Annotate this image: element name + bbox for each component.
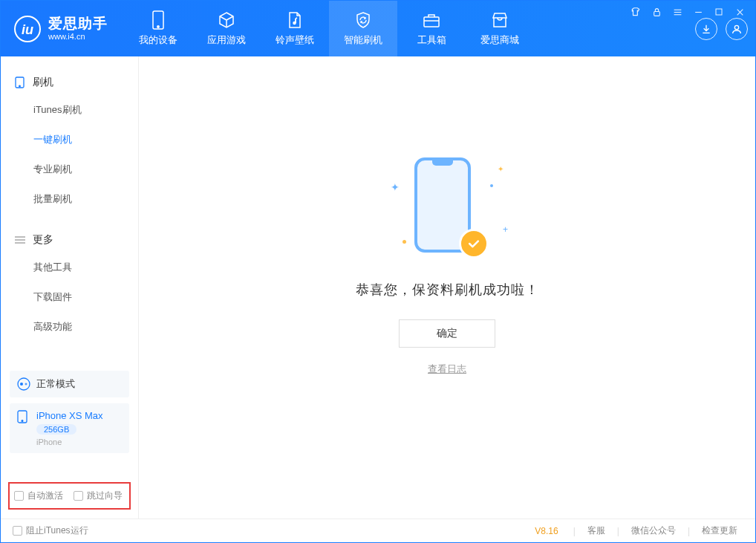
svg-point-22 (25, 383, 27, 385)
nav-label: 爱思商城 (480, 33, 519, 47)
nav-store[interactable]: 爱思商城 (466, 1, 534, 56)
sparkle-icon: ✦ (498, 165, 504, 173)
view-log-link[interactable]: 查看日志 (428, 362, 466, 376)
statusbar: 阻止iTunes运行 V8.16 | 客服 | 微信公众号 | 检查更新 (1, 518, 755, 542)
sidebar: 刷机 iTunes刷机 一键刷机 专业刷机 批量刷机 更多 其他工具 下载固件 … (1, 56, 139, 518)
svg-point-24 (22, 420, 23, 422)
nav-flash[interactable]: 智能刷机 (329, 1, 397, 56)
sidebar-item-pro-flash[interactable]: 专业刷机 (1, 155, 138, 184)
phone-icon (17, 410, 30, 423)
music-file-icon (285, 10, 304, 30)
checkbox-auto-activate[interactable]: 自动激活 (14, 490, 63, 502)
refresh-shield-icon (353, 10, 373, 30)
sparkle-icon: ✦ (391, 181, 400, 193)
device-mode-label: 正常模式 (36, 377, 75, 391)
main-content: ✦ ✦ + 恭喜您，保资料刷机成功啦！ 确定 查看日志 (139, 56, 755, 518)
mode-icon (17, 377, 30, 391)
nav-my-device[interactable]: 我的设备 (124, 1, 192, 56)
toolbox-icon (422, 10, 441, 30)
nav-label: 我的设备 (139, 33, 177, 47)
dot-icon (490, 184, 493, 187)
sidebar-group-title: 刷机 (33, 76, 53, 89)
tshirt-icon[interactable] (629, 5, 642, 19)
checkbox-label: 自动激活 (27, 490, 63, 502)
device-name: iPhone XS Max (36, 410, 103, 421)
sparkle-icon: + (503, 224, 508, 235)
svg-point-21 (20, 383, 23, 386)
header-right (691, 18, 748, 40)
sidebar-item-advanced[interactable]: 高级功能 (1, 312, 138, 342)
sidebar-group-title: 更多 (33, 233, 53, 247)
user-button[interactable] (726, 18, 748, 40)
success-title: 恭喜您，保资料刷机成功啦！ (356, 281, 539, 299)
ok-button[interactable]: 确定 (399, 319, 495, 348)
checkbox-label: 阻止iTunes运行 (26, 524, 88, 537)
statusbar-right: V8.16 | 客服 | 微信公众号 | 检查更新 (535, 524, 743, 537)
device-capacity: 256GB (36, 424, 76, 435)
svg-point-11 (157, 26, 159, 27)
phone-icon (14, 77, 25, 88)
svg-point-20 (18, 378, 30, 390)
sidebar-group-flash[interactable]: 刷机 (1, 70, 138, 95)
status-link-support[interactable]: 客服 (581, 524, 611, 537)
status-link-update[interactable]: 检查更新 (696, 524, 743, 537)
checkbox-block-itunes[interactable]: 阻止iTunes运行 (13, 524, 88, 537)
sidebar-item-batch-flash[interactable]: 批量刷机 (1, 184, 138, 214)
checkbox-label: 跳过向导 (87, 490, 123, 502)
nav-ringtones[interactable]: 铃声壁纸 (261, 1, 329, 56)
cube-icon (217, 10, 236, 30)
svg-point-12 (293, 22, 296, 25)
svg-point-14 (734, 25, 738, 29)
logo-icon: iu (14, 16, 41, 42)
device-card[interactable]: iPhone XS Max 256GB iPhone (10, 403, 129, 453)
nav-label: 铃声壁纸 (276, 33, 314, 47)
svg-point-16 (19, 85, 21, 87)
device-type: iPhone (36, 438, 103, 446)
svg-rect-0 (654, 11, 659, 16)
nav-toolbox[interactable]: 工具箱 (397, 1, 466, 56)
device-block: 正常模式 iPhone XS Max 256GB iPhone (10, 371, 129, 453)
status-link-wechat[interactable]: 微信公众号 (625, 524, 682, 537)
checkbox-skip-guide[interactable]: 跳过向导 (74, 490, 123, 502)
store-icon (490, 10, 509, 30)
main-nav: 我的设备 应用游戏 铃声壁纸 智能刷机 工具箱 爱思商城 (124, 1, 534, 56)
sidebar-item-other-tools[interactable]: 其他工具 (1, 253, 138, 282)
version-label: V8.16 (535, 526, 558, 536)
checkbox-icon (14, 491, 24, 501)
checkbox-icon (13, 526, 22, 536)
svg-text:iu: iu (22, 22, 33, 37)
nav-label: 智能刷机 (344, 33, 382, 47)
success-check-icon (459, 229, 489, 259)
app-logo: iu 爱思助手 www.i4.cn (14, 16, 108, 42)
success-illustration: ✦ ✦ + (380, 155, 514, 266)
list-icon (14, 235, 25, 246)
app-title: 爱思助手 (48, 16, 108, 32)
sidebar-item-download-fw[interactable]: 下载固件 (1, 282, 138, 312)
sidebar-item-one-click-flash[interactable]: 一键刷机 (1, 125, 138, 155)
maximize-icon[interactable] (712, 5, 726, 19)
sidebar-group-more[interactable]: 更多 (1, 227, 138, 253)
nav-label: 工具箱 (417, 33, 446, 47)
header: iu 爱思助手 www.i4.cn 我的设备 应用游戏 铃声壁纸 智能刷机 工具… (1, 1, 755, 56)
checkbox-icon (74, 491, 83, 501)
highlighted-options: 自动激活 跳过向导 (8, 482, 131, 510)
titlebar-controls (629, 5, 746, 19)
download-button[interactable] (695, 18, 717, 40)
menu-icon[interactable] (671, 5, 684, 19)
nav-label: 应用游戏 (207, 33, 246, 47)
app-subtitle: www.i4.cn (48, 32, 108, 41)
lock-icon[interactable] (650, 5, 663, 19)
svg-rect-5 (716, 9, 722, 15)
device-mode[interactable]: 正常模式 (10, 371, 129, 397)
body: 刷机 iTunes刷机 一键刷机 专业刷机 批量刷机 更多 其他工具 下载固件 … (1, 56, 755, 518)
svg-rect-13 (424, 17, 439, 27)
dot-icon (403, 240, 406, 244)
nav-apps[interactable]: 应用游戏 (192, 1, 261, 56)
device-icon (149, 10, 168, 30)
minimize-icon[interactable] (691, 5, 705, 19)
close-icon[interactable] (733, 5, 746, 19)
sidebar-item-itunes-flash[interactable]: iTunes刷机 (1, 95, 138, 125)
